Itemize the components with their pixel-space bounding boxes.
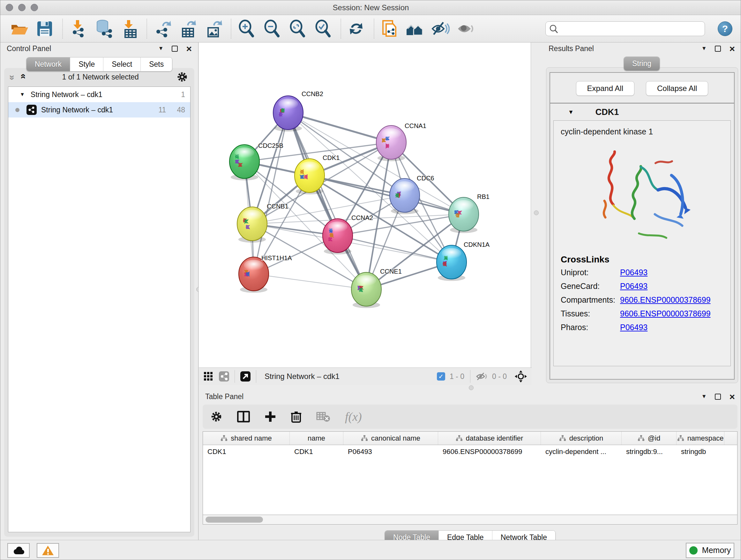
window-controls[interactable] — [6, 4, 38, 11]
table-row[interactable]: CDK1CDK1P064939606.ENSP00000378699cyclin… — [203, 445, 737, 458]
float-panel-icon[interactable] — [715, 46, 721, 52]
crosslink-link[interactable]: 9606.ENSP00000378699 — [620, 295, 711, 305]
table-cell[interactable]: CDK1 — [290, 445, 343, 458]
float-panel-icon[interactable] — [715, 394, 721, 400]
node-CCNB2[interactable]: CCNB2 — [273, 90, 323, 132]
float-panel-icon[interactable] — [172, 46, 178, 52]
zoom-in-icon[interactable] — [237, 19, 256, 39]
tab-string[interactable]: String — [624, 57, 660, 71]
edge-CCNB2-HIST1H1A[interactable] — [254, 113, 288, 274]
selected-checkbox-icon[interactable]: ✓ — [437, 372, 445, 381]
node-table[interactable]: shared namenamecanonical namedatabase id… — [203, 431, 738, 515]
import-table-icon[interactable] — [119, 19, 139, 39]
show-all-networks-icon[interactable] — [405, 19, 425, 39]
node-HIST1H1A[interactable]: HIST1H1A — [239, 254, 292, 293]
zoom-window-button[interactable] — [30, 4, 38, 11]
column-header-namespace[interactable]: namespace — [677, 432, 724, 445]
node-CCNA1[interactable]: CCNA1 — [376, 122, 426, 161]
grid-view-icon[interactable] — [203, 371, 213, 381]
open-session-icon[interactable] — [9, 19, 29, 39]
edge-CCNB2-CCNE1[interactable] — [288, 113, 366, 289]
zoom-out-icon[interactable] — [262, 19, 282, 39]
column-header-database-identifier[interactable]: database identifier — [438, 432, 541, 445]
hide-selected-icon[interactable] — [430, 19, 450, 39]
network-collection-row[interactable]: ▼ String Network – cdk1 1 — [8, 87, 190, 102]
cloud-status-button[interactable] — [7, 543, 30, 558]
node-CDC6[interactable]: CDC6 — [390, 175, 434, 214]
network-options-gear-icon[interactable] — [177, 71, 188, 83]
copy-network-icon[interactable] — [380, 19, 399, 39]
column-header-id[interactable]: @id — [622, 432, 677, 445]
warnings-button[interactable] — [37, 543, 59, 558]
table-horizontal-scrollbar[interactable] — [203, 515, 738, 524]
panel-menu-icon[interactable]: ▼ — [701, 393, 707, 400]
show-hidden-icon[interactable] — [456, 19, 476, 39]
close-panel-icon[interactable]: × — [186, 46, 192, 52]
collection-expand-icon[interactable]: ▼ — [20, 91, 25, 98]
table-options-gear-icon[interactable] — [210, 411, 222, 423]
export-image-icon[interactable] — [203, 19, 223, 39]
panel-menu-icon[interactable]: ▼ — [158, 45, 164, 52]
save-session-icon[interactable] — [35, 19, 55, 39]
node-RB1[interactable]: RB1 — [449, 193, 489, 233]
export-network-icon[interactable] — [152, 19, 172, 39]
column-header-shared-name[interactable]: shared name — [203, 432, 290, 445]
delete-column-icon[interactable] — [291, 411, 301, 423]
table-cell[interactable]: 9606.ENSP00000378699 — [438, 445, 541, 458]
tab-network[interactable]: Network — [26, 57, 70, 71]
crosslink-link[interactable]: P06493 — [620, 282, 648, 291]
panel-menu-icon[interactable]: ▼ — [701, 45, 707, 52]
protein-expand-icon[interactable]: ▼ — [568, 109, 574, 116]
import-network-database-icon[interactable] — [93, 19, 113, 39]
refresh-icon[interactable] — [346, 19, 366, 39]
crosslink-link[interactable]: 9606.ENSP00000378699 — [620, 309, 711, 318]
scrollbar-thumb[interactable] — [205, 516, 263, 523]
right-splitter-handle[interactable] — [534, 210, 539, 215]
column-header-name[interactable]: name — [290, 432, 343, 445]
close-panel-icon[interactable]: × — [729, 394, 735, 400]
import-network-icon[interactable] — [68, 19, 88, 39]
horizontal-splitter-handle[interactable] — [469, 385, 474, 390]
network-row[interactable]: String Network – cdk1 11 48 — [8, 102, 190, 118]
table-cell[interactable]: stringdb:9... — [622, 445, 677, 458]
network-canvas[interactable]: CCNB2CCNA1CDC25BCDK1CDC6RB1CCNB1CCNA2CDK… — [199, 43, 531, 368]
edge-CCNA2-CDKN1A[interactable] — [338, 236, 452, 262]
cloud-icon — [12, 546, 25, 555]
zoom-fit-icon[interactable] — [287, 19, 307, 39]
tab-select[interactable]: Select — [104, 57, 141, 71]
network-graph[interactable]: CCNB2CCNA1CDC25BCDK1CDC6RB1CCNB1CCNA2CDK… — [199, 43, 531, 368]
open-in-window-icon[interactable] — [240, 371, 251, 382]
table-cell[interactable]: CDK1 — [203, 445, 290, 458]
table-cell[interactable]: cyclin-dependent ... — [541, 445, 622, 458]
tab-style[interactable]: Style — [70, 57, 104, 71]
expand-all-button[interactable]: Expand All — [576, 81, 634, 96]
add-column-icon[interactable] — [265, 411, 276, 422]
edge-HIST1H1A-CCNE1[interactable] — [254, 274, 366, 289]
crosslink-link[interactable]: P06493 — [620, 323, 648, 332]
shared-column-icon — [220, 435, 227, 441]
zoom-selected-icon[interactable] — [313, 19, 333, 39]
close-window-button[interactable] — [6, 4, 13, 11]
close-panel-icon[interactable]: × — [729, 46, 735, 52]
delete-table-icon[interactable] — [316, 411, 330, 422]
node-CDK1[interactable]: CDK1 — [294, 154, 340, 194]
network-label: String Network – cdk1 — [41, 106, 113, 114]
table-cell[interactable]: stringdb — [677, 445, 724, 458]
tab-sets[interactable]: Sets — [141, 57, 172, 71]
export-table-icon[interactable] — [178, 19, 198, 39]
fit-content-icon[interactable] — [515, 370, 527, 383]
edge-CCNB2-CCNA1[interactable] — [288, 113, 391, 142]
search-input[interactable] — [545, 21, 705, 36]
table-cell[interactable]: P06493 — [343, 445, 438, 458]
memory-button[interactable]: Memory — [686, 543, 734, 558]
protein-section-header[interactable]: ▼ CDK1 — [550, 103, 734, 120]
minimize-window-button[interactable] — [18, 4, 25, 11]
network-birdseye-icon[interactable] — [219, 371, 229, 382]
collapse-all-button[interactable]: Collapse All — [646, 81, 708, 96]
column-header-canonical-name[interactable]: canonical name — [343, 432, 438, 445]
column-header-description[interactable]: description — [541, 432, 622, 445]
show-columns-icon[interactable] — [237, 411, 250, 422]
node-CDKN1A[interactable]: CDKN1A — [436, 241, 490, 281]
help-icon[interactable]: ? — [718, 21, 732, 36]
crosslink-link[interactable]: P06493 — [620, 268, 648, 277]
